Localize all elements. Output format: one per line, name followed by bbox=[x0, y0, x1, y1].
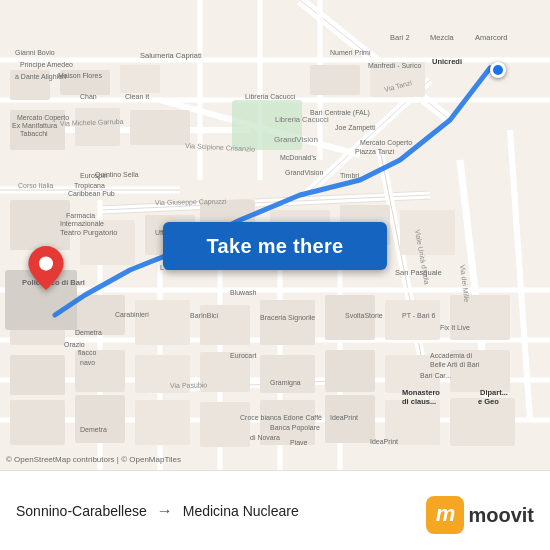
origin-label: Sonnino-Carabellese bbox=[16, 503, 147, 519]
svg-text:Unicredi: Unicredi bbox=[432, 57, 462, 66]
svg-rect-36 bbox=[120, 65, 160, 93]
svg-text:Via Pasubio: Via Pasubio bbox=[170, 381, 207, 389]
svg-text:Internazionale: Internazionale bbox=[60, 220, 104, 227]
bottom-bar: Sonnino-Carabellese → Medicina Nucleare … bbox=[0, 470, 550, 550]
svg-text:Demetra: Demetra bbox=[80, 426, 107, 433]
svg-rect-37 bbox=[310, 65, 360, 95]
svg-text:di Novara: di Novara bbox=[250, 434, 280, 441]
svg-text:Chan: Chan bbox=[80, 93, 97, 100]
svg-text:PT - Bari 6: PT - Bari 6 bbox=[402, 312, 435, 319]
moovit-icon: m bbox=[426, 496, 464, 534]
svg-text:Piazza Tanzi: Piazza Tanzi bbox=[355, 148, 395, 155]
svg-text:GrandVision: GrandVision bbox=[274, 135, 318, 144]
svg-text:Piave: Piave bbox=[290, 439, 308, 446]
svg-rect-41 bbox=[130, 110, 190, 145]
svg-text:Accademia di: Accademia di bbox=[430, 352, 472, 359]
svg-text:navo: navo bbox=[80, 359, 95, 366]
svg-text:Clean It: Clean It bbox=[125, 93, 149, 100]
svg-text:Libreria Cacucci: Libreria Cacucci bbox=[275, 115, 329, 124]
svg-text:Banca Popolare: Banca Popolare bbox=[270, 424, 320, 432]
svg-text:McDonald's: McDonald's bbox=[280, 154, 317, 161]
svg-text:Eurocart: Eurocart bbox=[230, 352, 257, 359]
svg-text:Libreria Cacucci: Libreria Cacucci bbox=[245, 93, 296, 100]
svg-text:e Geo: e Geo bbox=[478, 397, 499, 406]
svg-text:Eurospin: Eurospin bbox=[80, 172, 108, 180]
svg-rect-66 bbox=[75, 395, 125, 443]
svg-text:Principe Amedeo: Principe Amedeo bbox=[20, 61, 73, 69]
svg-text:Bari 2: Bari 2 bbox=[390, 33, 410, 42]
svg-text:Tropicana: Tropicana bbox=[74, 182, 105, 190]
svg-text:Demetra: Demetra bbox=[75, 329, 102, 336]
svg-text:SvoltaStorie: SvoltaStorie bbox=[345, 312, 383, 319]
svg-text:Fix It Live: Fix It Live bbox=[440, 324, 470, 331]
destination-label: Medicina Nucleare bbox=[183, 503, 299, 519]
svg-text:BarInBici: BarInBici bbox=[190, 312, 218, 319]
svg-rect-53 bbox=[260, 300, 315, 345]
svg-rect-62 bbox=[325, 350, 375, 392]
svg-text:Teatro Purgatorio: Teatro Purgatorio bbox=[60, 228, 118, 237]
svg-text:IdeaPrint: IdeaPrint bbox=[370, 438, 398, 445]
svg-rect-67 bbox=[135, 400, 190, 445]
svg-text:Manfredi - Surico: Manfredi - Surico bbox=[368, 62, 421, 69]
svg-rect-68 bbox=[200, 402, 250, 447]
svg-text:Amarcord: Amarcord bbox=[475, 33, 508, 42]
origin-pin bbox=[28, 246, 64, 294]
svg-text:Salumeria Capriati: Salumeria Capriati bbox=[140, 51, 202, 60]
svg-text:Corso Italia: Corso Italia bbox=[18, 182, 54, 189]
moovit-letter: m bbox=[436, 503, 456, 525]
svg-text:Mezcla: Mezcla bbox=[430, 33, 455, 42]
svg-rect-40 bbox=[75, 108, 120, 146]
svg-text:Belle Arti di Bari: Belle Arti di Bari bbox=[430, 361, 480, 368]
svg-text:GrandVision: GrandVision bbox=[285, 169, 324, 176]
svg-text:IdeaPrint: IdeaPrint bbox=[330, 414, 358, 421]
svg-text:Bari Car...: Bari Car... bbox=[420, 372, 451, 379]
svg-rect-56 bbox=[450, 295, 510, 340]
svg-text:Mercato Coperto: Mercato Coperto bbox=[360, 139, 412, 147]
svg-text:Caribbean Pub: Caribbean Pub bbox=[68, 190, 115, 197]
svg-text:Croce bianca Edone Caffè: Croce bianca Edone Caffè bbox=[240, 414, 322, 421]
svg-text:Dipart...: Dipart... bbox=[480, 388, 508, 397]
take-me-there-button[interactable]: Take me there bbox=[163, 222, 387, 270]
svg-text:Gramigna: Gramigna bbox=[270, 379, 301, 387]
svg-text:Braceria Signorile: Braceria Signorile bbox=[260, 314, 315, 322]
svg-rect-55 bbox=[385, 300, 440, 340]
svg-rect-51 bbox=[135, 300, 190, 345]
svg-text:Joe Zampetti: Joe Zampetti bbox=[335, 124, 376, 132]
map-container: Via Michele Garruba Via Scipione Crisanz… bbox=[0, 0, 550, 470]
svg-text:San Pasquale: San Pasquale bbox=[395, 268, 442, 277]
route-arrow-icon: → bbox=[157, 502, 173, 520]
svg-text:Ex Manifattura: Ex Manifattura bbox=[12, 122, 57, 129]
svg-rect-48 bbox=[400, 210, 455, 255]
svg-rect-61 bbox=[260, 355, 315, 393]
svg-text:Orazio: Orazio bbox=[64, 341, 85, 348]
svg-text:Gianni Bovio: Gianni Bovio bbox=[15, 49, 55, 56]
svg-text:Carabinieri: Carabinieri bbox=[115, 311, 149, 318]
moovit-text: moovit bbox=[468, 504, 534, 527]
svg-text:Monastero: Monastero bbox=[402, 388, 440, 397]
svg-text:flacco: flacco bbox=[78, 349, 96, 356]
destination-pin bbox=[490, 62, 506, 78]
svg-rect-57 bbox=[10, 355, 65, 395]
moovit-logo: m moovit bbox=[426, 496, 534, 534]
svg-rect-58 bbox=[75, 350, 125, 392]
take-me-there-label: Take me there bbox=[207, 235, 344, 258]
svg-text:Bluwash: Bluwash bbox=[230, 289, 257, 296]
svg-text:Farmacia: Farmacia bbox=[66, 212, 95, 219]
svg-text:Maison Flores: Maison Flores bbox=[58, 72, 102, 79]
svg-text:Tabacchi: Tabacchi bbox=[20, 130, 48, 137]
svg-text:di claus...: di claus... bbox=[402, 397, 436, 406]
svg-text:Numeri Primi: Numeri Primi bbox=[330, 49, 371, 56]
svg-rect-65 bbox=[10, 400, 65, 445]
svg-text:Timbri: Timbri bbox=[340, 172, 360, 179]
svg-text:Mercato Coperto: Mercato Coperto bbox=[17, 114, 69, 122]
svg-rect-52 bbox=[200, 305, 250, 345]
svg-text:© OpenStreetMap contributors |: © OpenStreetMap contributors | © OpenMap… bbox=[6, 455, 181, 464]
svg-point-149 bbox=[39, 257, 53, 271]
